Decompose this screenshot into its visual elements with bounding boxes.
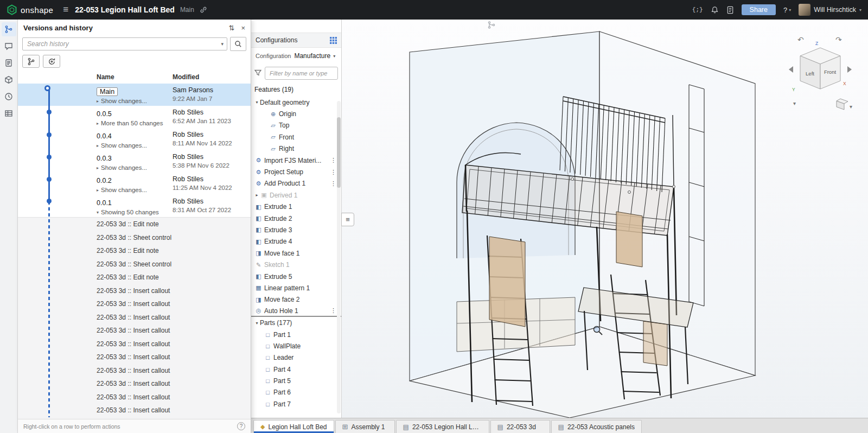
configuration-dropdown[interactable]: Manufacture ▾ xyxy=(294,52,335,60)
feature-row[interactable]: Project Setup ⋮ xyxy=(251,166,341,177)
document-tab[interactable]: Assembly 1 xyxy=(335,420,395,433)
tree-caret-icon[interactable]: ▾ xyxy=(254,100,260,105)
feature-row[interactable]: Top ⋮ xyxy=(251,120,341,131)
tree-caret-icon[interactable]: ▸ xyxy=(254,193,260,198)
feature-row[interactable]: ▾ Parts (177) ⋮ xyxy=(251,317,341,328)
feature-row[interactable]: Leader ⋮ xyxy=(251,352,341,364)
search-button[interactable] xyxy=(230,37,246,51)
feature-row[interactable]: Extrude 3 ⋮ xyxy=(251,224,341,235)
graphics-viewport[interactable]: ↶ ↷ Left Front Z X Y ▾ ▾ xyxy=(342,20,868,418)
search-history-input[interactable] xyxy=(22,37,227,50)
version-row[interactable]: 0.0.5 ▸ More than 50 changes Rob Stiles … xyxy=(18,106,251,128)
feature-row[interactable]: WallPlate ⋮ xyxy=(251,340,341,352)
branch-label[interactable]: Main xyxy=(180,6,194,14)
feature-row[interactable]: ▸ Derived 1 ⋮ xyxy=(251,189,341,201)
notes-icon[interactable] xyxy=(2,56,16,70)
document-tab[interactable]: 22-053 Acoustic panels xyxy=(551,420,642,433)
user-menu[interactable]: Will Hirschtick ▾ xyxy=(799,4,861,16)
view-options-menu[interactable]: ▾ xyxy=(837,99,852,110)
feature-row[interactable]: Part 6 ⋮ xyxy=(251,387,341,398)
version-row[interactable]: 0.0.4 ▸ Show changes... Rob Stiles 8:11 … xyxy=(18,128,251,150)
onshape-logo[interactable]: onshape xyxy=(7,4,53,15)
feature-row[interactable]: Part 1 ⋮ xyxy=(251,329,341,340)
change-row[interactable]: 22-053 3d :: Insert callout xyxy=(18,377,251,391)
change-row[interactable]: 22-053 3d :: Insert callout xyxy=(18,364,251,378)
change-row[interactable]: 22-053 3d :: Insert callout xyxy=(18,351,251,364)
release-notes-icon[interactable] xyxy=(726,6,734,14)
feature-row[interactable]: Add Product 1 ⋮ xyxy=(251,178,341,189)
compare-indicator-icon[interactable] xyxy=(487,21,496,31)
change-row[interactable]: 22-053 3d :: Edit note xyxy=(18,244,251,258)
feature-row[interactable]: Import FJS Materi... ⋮ xyxy=(251,155,341,166)
help-question-icon[interactable]: ? xyxy=(237,422,245,430)
change-row[interactable]: 22-053 3d :: Insert callout xyxy=(18,391,251,404)
feature-row[interactable]: Linear pattern 1 ⋮ xyxy=(251,282,341,294)
version-row[interactable]: 0.0.2 ▸ Show changes... Rob Stiles 11:25… xyxy=(18,173,251,195)
show-changes-toggle[interactable]: ▸ Show changes... xyxy=(97,187,173,193)
developer-api-icon[interactable]: {;} xyxy=(692,7,703,13)
feature-scrollbar-thumb[interactable] xyxy=(337,117,341,188)
compare-versions-icon[interactable]: ⇅ xyxy=(229,24,235,32)
history-icon[interactable] xyxy=(2,90,16,104)
feature-filter-input[interactable] xyxy=(265,67,338,80)
create-version-button[interactable] xyxy=(43,55,60,68)
change-row[interactable]: 22-053 3d :: Insert callout xyxy=(18,404,251,417)
rotate-cw-icon[interactable]: ↷ xyxy=(835,35,842,44)
feature-row[interactable]: Front ⋮ xyxy=(251,131,341,143)
feature-row[interactable]: Sketch 1 ⋮ xyxy=(251,259,341,270)
feature-row[interactable]: Part 5 ⋮ xyxy=(251,375,341,386)
feature-row[interactable]: Extrude 5 ⋮ xyxy=(251,271,341,282)
feature-row[interactable]: Extrude 1 ⋮ xyxy=(251,201,341,213)
feature-row[interactable]: Extrude 4 ⋮ xyxy=(251,236,341,247)
main-menu-icon[interactable]: ≡ xyxy=(63,4,68,15)
notifications-bell-icon[interactable] xyxy=(711,6,719,14)
comments-icon[interactable] xyxy=(2,39,16,53)
panel-collapse-handle[interactable]: ≡ xyxy=(341,213,354,226)
overflow-dots-icon[interactable]: ⋮ xyxy=(330,180,336,187)
document-tab[interactable]: 22-053 Legion Hall Loft... xyxy=(396,420,489,433)
change-row[interactable]: 22-053 3d :: Edit note xyxy=(18,271,251,284)
document-tab[interactable]: 22-053 3d xyxy=(490,420,550,433)
change-row[interactable]: 22-053 3d :: Insert callout xyxy=(18,284,251,298)
tables-icon[interactable] xyxy=(2,106,16,120)
parts-export-icon[interactable] xyxy=(2,73,16,87)
feature-row[interactable]: Part 7 ⋮ xyxy=(251,398,341,410)
version-row[interactable]: 0.0.1 ▾ Showing 50 changes Rob Stiles 8:… xyxy=(18,195,251,217)
change-row[interactable]: 22-053 3d :: Insert callout xyxy=(18,338,251,351)
feature-scrollbar-track[interactable] xyxy=(337,101,341,413)
change-row[interactable]: 22-053 3d :: Sheet control xyxy=(18,258,251,271)
show-changes-toggle[interactable]: ▸ Show changes... xyxy=(97,164,173,171)
feature-row[interactable]: Extrude 2 ⋮ xyxy=(251,213,341,224)
view-cube[interactable]: ↶ ↷ Left Front Z X Y ▾ ▾ xyxy=(784,34,856,115)
show-changes-toggle[interactable]: ▾ Showing 50 changes xyxy=(97,209,173,215)
feature-row[interactable]: Move face 1 ⋮ xyxy=(251,247,341,259)
overflow-dots-icon[interactable]: ⋮ xyxy=(330,169,336,176)
search-filter-caret-icon[interactable]: ▾ xyxy=(221,41,224,47)
config-table-icon[interactable] xyxy=(330,37,337,44)
help-menu[interactable]: ? ▾ xyxy=(783,6,791,14)
feature-row[interactable]: Part 4 ⋮ xyxy=(251,364,341,375)
change-row[interactable]: 22-053 3d :: Insert callout xyxy=(18,324,251,338)
change-row[interactable]: 22-053 3d :: Insert callout xyxy=(18,297,251,311)
feature-row[interactable]: Right ⋮ xyxy=(251,143,341,155)
close-icon[interactable]: × xyxy=(241,24,245,32)
feature-row[interactable]: Auto Hole 1 ⋮ xyxy=(251,305,341,317)
feature-row[interactable]: ▾ Default geometry ⋮ xyxy=(251,97,341,108)
show-changes-toggle[interactable]: ▸ Show changes... xyxy=(97,142,173,149)
change-row[interactable]: 22-053 3d :: Edit note xyxy=(18,218,251,231)
version-row[interactable]: 0.0.3 ▸ Show changes... Rob Stiles 5:38 … xyxy=(18,150,251,173)
tree-caret-icon[interactable]: ▾ xyxy=(254,321,260,326)
viewcube-more-caret-icon[interactable]: ▾ xyxy=(793,100,796,106)
show-changes-toggle[interactable]: ▸ More than 50 changes xyxy=(97,120,173,126)
rotate-left-arrow[interactable] xyxy=(789,66,793,73)
show-changes-toggle[interactable]: ▸ Show changes... xyxy=(97,98,173,104)
versions-panel-icon[interactable] xyxy=(2,22,16,36)
feature-row[interactable]: Move face 2 ⋮ xyxy=(251,294,341,305)
feature-row[interactable]: Origin ⋮ xyxy=(251,108,341,119)
change-row[interactable]: 22-053 3d :: Sheet control xyxy=(18,231,251,245)
version-row[interactable]: Main ▸ Show changes... Sam Parsons 9:22 … xyxy=(18,84,251,106)
create-branch-button[interactable] xyxy=(22,55,40,68)
document-tab[interactable]: Legion Hall Loft Bed xyxy=(253,420,334,433)
overflow-dots-icon[interactable]: ⋮ xyxy=(330,157,336,164)
change-row[interactable]: 22-053 3d :: Insert callout xyxy=(18,311,251,324)
